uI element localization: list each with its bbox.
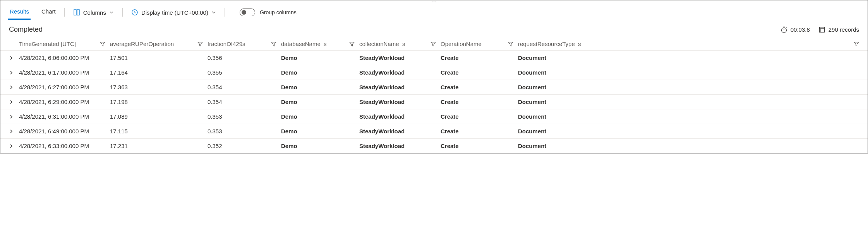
cell-op: Create [441, 99, 518, 105]
column-databasename[interactable]: databaseName_s [281, 41, 359, 47]
column-operationname[interactable]: OperationName [441, 41, 518, 47]
column-timegenerated[interactable]: TimeGenerated [UTC] [19, 41, 110, 47]
table-row[interactable]: 4/28/2021, 6:33:00.000 PM 17.231 0.352 D… [0, 139, 868, 153]
column-label: fractionOf429s [208, 41, 271, 47]
svg-rect-4 [77, 10, 79, 15]
chevron-right-icon[interactable] [9, 129, 14, 134]
filter-icon[interactable] [197, 41, 203, 47]
cell-coll: SteadyWorkload [359, 128, 441, 134]
tab-chart[interactable]: Chart [40, 5, 57, 20]
group-columns-toggle[interactable] [240, 9, 255, 16]
cell-op: Create [441, 143, 518, 149]
status-right: 00:03.8 290 records [781, 26, 859, 33]
cell-time: 4/28/2021, 6:06:00.000 PM [19, 54, 110, 61]
expand-cell [0, 56, 19, 60]
svg-marker-18 [508, 42, 513, 46]
column-expand [0, 41, 19, 47]
columns-button[interactable]: Columns [72, 7, 115, 18]
cell-res: Document [518, 69, 868, 76]
cell-res: Document [518, 99, 868, 105]
cell-db: Demo [281, 143, 359, 149]
filter-icon[interactable] [100, 41, 105, 47]
column-averageru[interactable]: averageRUPerOperation [110, 41, 208, 47]
svg-line-9 [786, 27, 787, 28]
column-resourcetype[interactable]: requestResourceType_s [518, 41, 868, 47]
stopwatch-icon [781, 26, 787, 33]
results-table: TimeGenerated [UTC] averageRUPerOperatio… [0, 37, 868, 153]
cell-op: Create [441, 113, 518, 120]
chevron-right-icon[interactable] [9, 100, 14, 104]
table-row[interactable]: 4/28/2021, 6:29:00.000 PM 17.198 0.354 D… [0, 95, 868, 109]
chevron-right-icon[interactable] [9, 144, 14, 148]
svg-marker-19 [854, 42, 859, 46]
cell-db: Demo [281, 99, 359, 105]
records-value: 290 records [829, 26, 859, 33]
expand-cell [0, 70, 19, 75]
records-display: 290 records [818, 26, 859, 33]
divider [64, 8, 65, 17]
svg-marker-16 [350, 42, 354, 46]
duration-value: 00:03.8 [791, 26, 810, 33]
cell-coll: SteadyWorkload [359, 99, 441, 105]
column-label: averageRUPerOperation [110, 41, 197, 47]
svg-marker-14 [198, 42, 202, 46]
cell-coll: SteadyWorkload [359, 54, 441, 61]
cell-coll: SteadyWorkload [359, 143, 441, 149]
column-fraction429s[interactable]: fractionOf429s [208, 41, 281, 47]
cell-db: Demo [281, 69, 359, 76]
expand-cell [0, 129, 19, 134]
cell-op: Create [441, 69, 518, 76]
query-status: Completed [9, 26, 43, 34]
cell-res: Document [518, 113, 868, 120]
chevron-right-icon[interactable] [9, 114, 14, 119]
group-columns-label: Group columns [260, 9, 297, 15]
duration-display: 00:03.8 [781, 26, 810, 33]
cell-frac: 0.353 [208, 113, 281, 120]
cell-db: Demo [281, 84, 359, 90]
chevron-right-icon[interactable] [9, 56, 14, 60]
cell-res: Document [518, 143, 868, 149]
chevron-right-icon[interactable] [9, 85, 14, 90]
chevron-right-icon[interactable] [9, 70, 14, 75]
filter-icon[interactable] [271, 41, 276, 47]
group-columns-control: Group columns [240, 9, 297, 16]
divider [122, 8, 123, 17]
tab-results[interactable]: Results [8, 5, 31, 20]
cell-time: 4/28/2021, 6:27:00.000 PM [19, 84, 110, 90]
table-row[interactable]: 4/28/2021, 6:31:00.000 PM 17.089 0.353 D… [0, 109, 868, 124]
filter-icon[interactable] [431, 41, 436, 47]
svg-point-1 [434, 2, 434, 2]
table-header: TimeGenerated [UTC] averageRUPerOperatio… [0, 37, 868, 51]
column-collectionname[interactable]: collectionName_s [359, 41, 441, 47]
table-row[interactable]: 4/28/2021, 6:17:00.000 PM 17.164 0.355 D… [0, 65, 868, 80]
svg-rect-3 [74, 10, 76, 15]
cell-db: Demo [281, 113, 359, 120]
filter-icon[interactable] [854, 41, 859, 47]
filter-icon[interactable] [508, 41, 513, 47]
cell-ru: 17.501 [110, 54, 208, 61]
expand-cell [0, 114, 19, 119]
column-label: requestResourceType_s [518, 41, 854, 47]
cell-time: 4/28/2021, 6:31:00.000 PM [19, 113, 110, 120]
table-row[interactable]: 4/28/2021, 6:27:00.000 PM 17.363 0.354 D… [0, 80, 868, 95]
display-time-label: Display time (UTC+00:00) [141, 9, 208, 16]
cell-frac: 0.352 [208, 143, 281, 149]
table-row[interactable]: 4/28/2021, 6:06:00.000 PM 17.501 0.356 D… [0, 51, 868, 65]
cell-coll: SteadyWorkload [359, 84, 441, 90]
cell-ru: 17.231 [110, 143, 208, 149]
cell-op: Create [441, 54, 518, 61]
svg-rect-10 [819, 27, 824, 32]
cell-ru: 17.115 [110, 128, 208, 134]
tab-list: Results Chart [8, 5, 57, 20]
expand-cell [0, 100, 19, 104]
display-time-button[interactable]: Display time (UTC+00:00) [130, 7, 218, 18]
cell-time: 4/28/2021, 6:49:00.000 PM [19, 128, 110, 134]
cell-res: Document [518, 54, 868, 61]
cell-frac: 0.354 [208, 84, 281, 90]
svg-point-0 [432, 2, 432, 2]
cell-ru: 17.363 [110, 84, 208, 90]
filter-icon[interactable] [349, 41, 355, 47]
columns-icon [73, 9, 80, 16]
table-row[interactable]: 4/28/2021, 6:49:00.000 PM 17.115 0.353 D… [0, 124, 868, 139]
resize-handle[interactable] [0, 0, 868, 3]
